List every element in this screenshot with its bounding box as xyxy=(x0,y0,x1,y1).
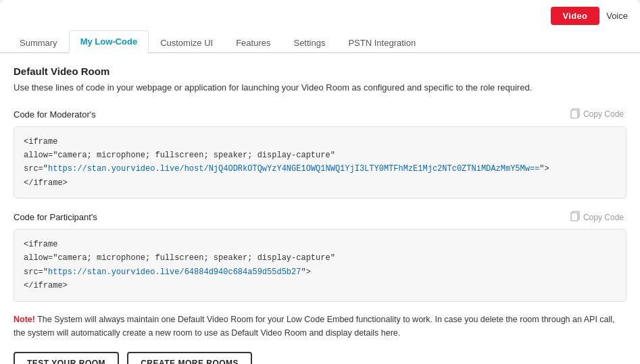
subtitle-prefix: Use these lines of code xyxy=(14,82,107,93)
copy-code-participant-label: Copy Code xyxy=(583,213,624,222)
participant-code-block: <iframe allow="camera; microphone; fulls… xyxy=(14,229,626,302)
copy-icon-participant xyxy=(570,211,580,224)
main-container: Video Voice Summary My Low-Code Customiz… xyxy=(0,0,640,364)
copy-code-participant-button[interactable]: Copy Code xyxy=(568,209,626,225)
subtitle: Use these lines of code in your webpage … xyxy=(14,81,626,95)
part-code-line4: </iframe> xyxy=(24,281,68,290)
tab-settings[interactable]: Settings xyxy=(282,32,337,53)
participant-label: Code for Participant's xyxy=(14,212,97,222)
top-bar: Video Voice xyxy=(0,0,640,30)
mod-code-line4: </iframe> xyxy=(24,178,68,188)
copy-code-moderator-button[interactable]: Copy Code xyxy=(568,107,626,122)
svg-rect-3 xyxy=(571,213,578,221)
tab-summary[interactable]: Summary xyxy=(8,32,69,53)
create-more-rooms-button[interactable]: CREATE MORE ROOMS xyxy=(127,352,252,364)
note-section: Note! The System will always maintain on… xyxy=(14,313,626,340)
mod-code-line3-prefix: src=" xyxy=(24,164,48,174)
mod-code-line1: <iframe xyxy=(24,137,57,147)
moderator-section-header: Code for Moderator's Copy Code xyxy=(14,107,626,122)
mod-code-line3-suffix: "> xyxy=(539,164,549,174)
part-code-line1: <iframe xyxy=(24,240,57,249)
participant-section-header: Code for Participant's Copy Code xyxy=(14,209,626,225)
tab-customize-ui[interactable]: Customize UI xyxy=(149,32,224,53)
main-content: Default Video Room Use these lines of co… xyxy=(0,53,640,364)
mod-code-line2: allow="camera; microphone; fullscreen; s… xyxy=(24,151,335,160)
moderator-code-block: <iframe allow="camera; microphone; fulls… xyxy=(14,126,626,199)
tabs-container: Summary My Low-Code Customize UI Feature… xyxy=(0,30,640,53)
part-code-line3-url: https://stan.yourvideo.live/64884d940c68… xyxy=(48,267,301,277)
copy-code-moderator-label: Copy Code xyxy=(583,109,624,119)
video-button[interactable]: Video xyxy=(551,7,600,25)
voice-button[interactable]: Voice xyxy=(606,11,628,21)
tab-my-low-code[interactable]: My Low-Code xyxy=(69,30,149,53)
part-code-line3-prefix: src=" xyxy=(24,267,48,277)
moderator-label: Code for Moderator's xyxy=(14,109,96,120)
subtitle-link: in your webpage or application for launc… xyxy=(107,82,532,93)
part-code-line2: allow="camera; microphone; fullscreen; s… xyxy=(24,253,335,263)
page-title: Default Video Room xyxy=(14,66,626,77)
mod-code-line3-url: https://stan.yourvideo.live/host/NjQ4ODR… xyxy=(48,164,539,174)
test-your-room-button[interactable]: TEST YOUR ROOM xyxy=(14,352,119,364)
tab-features[interactable]: Features xyxy=(224,32,282,53)
note-bold: Note! xyxy=(14,315,35,324)
bottom-buttons: TEST YOUR ROOM CREATE MORE ROOMS xyxy=(14,352,626,364)
copy-icon-moderator xyxy=(570,108,580,121)
part-code-line3-suffix: "> xyxy=(301,267,310,277)
tab-pstn-integration[interactable]: PSTN Integration xyxy=(337,32,427,53)
svg-rect-1 xyxy=(571,110,578,118)
note-text: The System will always maintain one Defa… xyxy=(14,315,615,338)
